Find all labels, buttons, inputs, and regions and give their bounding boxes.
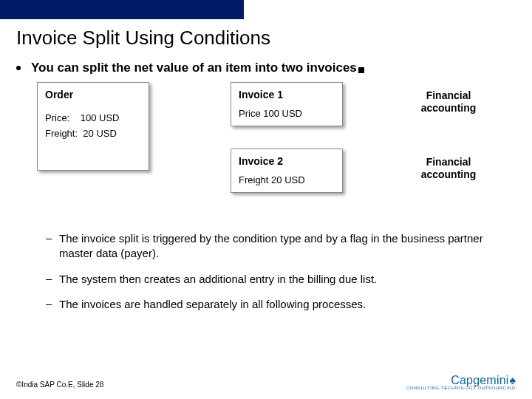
order-freight-label: Freight: [45,128,78,139]
financial-accounting-label-2: Financial accounting [408,156,489,181]
order-header: Order [45,89,141,100]
order-price-value: 100 USD [81,112,120,123]
main-bullet-text: You can split the net value of an item i… [31,61,357,75]
invoice2-box: Invoice 2 Freight 20 USD [231,149,343,193]
sub-bullet: – The invoices are handled separately in… [46,297,511,312]
order-price-label: Price: [45,112,69,123]
footer-text: ©India SAP Co.E, Slide 28 [16,381,103,389]
financial-accounting-label-1: Financial accounting [408,89,489,115]
invoice1-header: Invoice 1 [239,89,335,100]
invoice2-line: Freight 20 USD [239,174,335,185]
main-bullet: You can split the net value of an item i… [16,60,516,76]
sub-bullet: – The system then creates an additional … [46,272,511,287]
dash-icon: – [46,297,53,310]
order-box: Order Price: 100 USD Freight: 20 USD [37,82,149,171]
sub-bullet-text: The system then creates an additional en… [59,272,377,287]
logo-tagline: CONSULTING.TECHNOLOGY.OUTSOURCING [406,386,516,390]
dash-icon: – [46,231,53,244]
dash-icon: – [46,272,53,284]
invoice1-box: Invoice 1 Price 100 USD [231,82,343,126]
period-square [358,67,364,73]
diagram: Order Price: 100 USD Freight: 20 USD Inv… [31,82,516,222]
logo: Capgemini♠ CONSULTING.TECHNOLOGY.OUTSOUR… [406,374,516,390]
header-bar [0,0,244,19]
sub-bullet-list: – The invoice split is triggered by the … [46,231,511,312]
invoice1-line: Price 100 USD [239,108,335,119]
logo-name: Capgemini [451,374,508,386]
invoice2-header: Invoice 2 [239,155,335,167]
page-title: Invoice Split Using Conditions [16,27,516,50]
spade-icon: ♠ [510,374,516,386]
sub-bullet-text: The invoice split is triggered by the co… [59,231,511,262]
sub-bullet-text: The invoices are handled separately in a… [59,297,366,312]
sub-bullet: – The invoice split is triggered by the … [46,231,511,262]
bullet-icon [16,66,21,70]
order-freight-value: 20 USD [83,128,117,139]
